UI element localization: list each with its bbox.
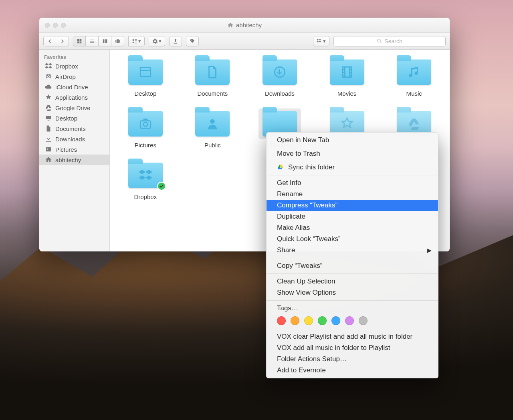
folder-icon [128, 163, 163, 188]
tag-color-button[interactable] [359, 316, 368, 325]
view-group [73, 36, 124, 46]
sidebar-item-abhitechy[interactable]: abhitechy [39, 155, 109, 165]
menu-item-move-to-trash[interactable]: Move to Trash [267, 148, 438, 159]
gdrive-icon [277, 164, 284, 171]
folder-label: Public [202, 141, 223, 149]
tag-color-button[interactable] [345, 316, 354, 325]
close-window-button[interactable] [45, 23, 50, 28]
menu-item-duplicate[interactable]: Duplicate [267, 211, 438, 222]
menu-separator [267, 300, 438, 301]
arrange-button[interactable]: ▾ [128, 36, 145, 46]
search-input[interactable]: Search [333, 36, 446, 46]
folder-dropbox[interactable]: Dropbox [117, 160, 174, 201]
apps-icon [45, 94, 52, 101]
coverflow-view-button[interactable] [111, 36, 124, 46]
sidebar-item-dropbox[interactable]: Dropbox [39, 61, 109, 71]
menu-item-label: VOX clear Playlist and add all music in … [277, 333, 412, 341]
sidebar-item-label: Downloads [55, 136, 85, 143]
back-button[interactable] [43, 36, 56, 46]
fullscreen-window-button[interactable] [61, 23, 66, 28]
sidebar-item-downloads[interactable]: Downloads [39, 134, 109, 144]
menu-item-vox-clear-playlist-and-add-all-music-in-folder[interactable]: VOX clear Playlist and add all music in … [267, 331, 438, 342]
tags-button[interactable] [186, 36, 199, 46]
menu-item-label: Show View Options [277, 289, 336, 297]
tag-color-row [267, 314, 438, 327]
menu-item-share[interactable]: Share▶ [267, 245, 438, 256]
menu-item-get-info[interactable]: Get Info [267, 177, 438, 189]
menu-item-compress-tweaks[interactable]: Compress “Tweaks” [267, 200, 438, 211]
menu-item-folder-actions-setup[interactable]: Folder Actions Setup… [267, 354, 438, 365]
sidebar-item-label: abhitechy [55, 157, 81, 163]
menu-item-make-alias[interactable]: Make Alias [267, 222, 438, 233]
share-button[interactable] [169, 36, 182, 46]
menu-item-copy-tweaks[interactable]: Copy “Tweaks” [267, 260, 438, 271]
menu-item-clean-up-selection[interactable]: Clean Up Selection [267, 276, 438, 287]
menu-item-label: VOX add all music in folder to Playlist [277, 344, 390, 352]
sidebar-item-pictures[interactable]: Pictures [39, 144, 109, 155]
menu-separator [267, 258, 438, 258]
tag-color-button[interactable] [291, 316, 299, 325]
menu-item-label: Duplicate [277, 213, 305, 221]
menu-item-label: Open in New Tab [277, 136, 329, 144]
menu-item-rename[interactable]: Rename [267, 189, 438, 200]
sidebar-item-applications[interactable]: Applications [39, 92, 109, 102]
sidebar-item-airdrop[interactable]: AirDrop [39, 71, 109, 82]
menu-item-add-to-evernote[interactable]: Add to Evernote [267, 365, 438, 376]
sidebar-item-desktop[interactable]: Desktop [39, 113, 109, 123]
minimize-window-button[interactable] [53, 23, 58, 28]
menu-item-label: Folder Actions Setup… [277, 355, 347, 363]
cloud-icon [45, 83, 52, 90]
folder-movies[interactable]: Movies [319, 57, 375, 97]
sidebar-item-label: Google Drive [55, 104, 91, 111]
folder-desktop[interactable]: Desktop [117, 57, 174, 97]
sidebar-item-label: Dropbox [55, 63, 78, 70]
traffic-lights[interactable] [39, 23, 66, 28]
action-button[interactable]: ▾ [149, 36, 165, 46]
folder-documents[interactable]: Documents [184, 57, 240, 97]
toolbar: ▾ ▾ ▾ Search [39, 33, 450, 50]
menu-item-label: Add to Evernote [277, 366, 326, 374]
menu-item-tags[interactable]: Tags… [267, 303, 438, 314]
menu-item-label: Move to Trash [277, 150, 320, 158]
dropbox-toolbar-button[interactable]: ▾ [313, 36, 329, 46]
folder-pictures[interactable]: Pictures [117, 109, 174, 149]
sidebar-item-google-drive[interactable]: Google Drive [39, 102, 109, 113]
menu-item-label: Copy “Tweaks” [277, 262, 322, 270]
menu-item-label: Get Info [277, 179, 301, 187]
folder-label: Music [404, 90, 424, 97]
folder-icon [128, 59, 163, 85]
menu-item-sync-this-folder[interactable]: Sync this folder [267, 162, 438, 173]
forward-button[interactable] [56, 36, 69, 46]
folder-label: Movies [335, 90, 359, 97]
sidebar-item-icloud-drive[interactable]: iCloud Drive [39, 82, 109, 92]
sidebar-item-documents[interactable]: Documents [39, 123, 109, 134]
titlebar[interactable]: abhitechy [39, 18, 450, 33]
folder-label: Pictures [133, 141, 158, 149]
tag-color-button[interactable] [318, 316, 327, 325]
airdrop-icon [45, 73, 52, 80]
menu-item-open-in-new-tab[interactable]: Open in New Tab [267, 135, 438, 146]
tag-color-button[interactable] [331, 316, 340, 325]
menu-item-label: Compress “Tweaks” [277, 201, 337, 209]
menu-item-label: Quick Look “Tweaks” [277, 235, 341, 243]
sidebar: Favorites DropboxAirDropiCloud DriveAppl… [39, 50, 110, 251]
folder-icon [195, 59, 230, 85]
menu-item-label: Make Alias [277, 224, 310, 232]
folder-downloads[interactable]: Downloads [252, 57, 308, 97]
menu-item-label: Clean Up Selection [277, 277, 335, 285]
home-icon [45, 156, 52, 163]
folder-public[interactable]: Public [184, 109, 240, 149]
sidebar-item-label: Pictures [55, 146, 77, 153]
tag-color-button[interactable] [277, 316, 286, 325]
list-view-button[interactable] [86, 36, 99, 46]
menu-item-quick-look-tweaks[interactable]: Quick Look “Tweaks” [267, 233, 438, 245]
menu-item-vox-add-all-music-in-folder-to-playlist[interactable]: VOX add all music in folder to Playlist [267, 342, 438, 354]
dropbox-icon [45, 62, 52, 70]
menu-item-show-view-options[interactable]: Show View Options [267, 287, 438, 298]
sidebar-item-label: iCloud Drive [55, 84, 88, 90]
folder-music[interactable]: Music [386, 57, 442, 97]
column-view-button[interactable] [99, 36, 111, 46]
tag-color-button[interactable] [304, 316, 313, 325]
menu-item-label: Tags… [277, 304, 298, 312]
icon-view-button[interactable] [73, 36, 86, 46]
